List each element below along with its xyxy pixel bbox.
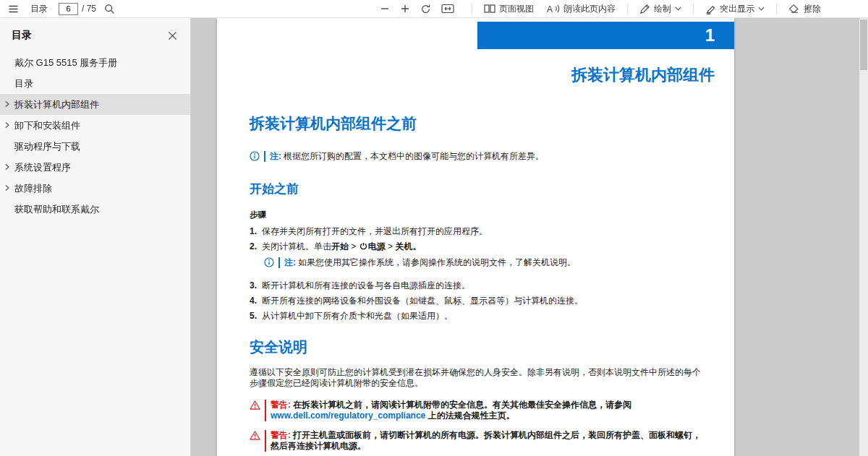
zoom-out-button[interactable]	[375, 0, 395, 18]
toc-item-label: 目录	[14, 77, 33, 90]
chevron-right-icon[interactable]	[4, 121, 11, 129]
zoom-out-icon	[380, 4, 390, 14]
chevron-down-icon[interactable]	[675, 7, 681, 11]
toolbar-separator	[776, 4, 777, 14]
chevron-right-icon[interactable]	[4, 100, 11, 108]
fit-to-width-button[interactable]	[436, 0, 459, 18]
close-toc-button[interactable]	[166, 30, 179, 42]
warning-label: 警告:	[271, 430, 291, 440]
page-count-label: / 75	[82, 4, 96, 14]
warning-text: 警告:在拆装计算机之前，请阅读计算机附带的安全信息。有关其他最佳安全操作信息，请…	[271, 400, 702, 421]
page-body: 拆装计算机内部组件之前 注:根据您所订购的配置，本文档中的图像可能与您的计算机有…	[250, 108, 702, 456]
regulatory-compliance-link[interactable]: www.dell.com/regulatory_compliance	[271, 410, 425, 421]
warning-triangle-icon	[250, 400, 260, 410]
scrollbar-thumb[interactable]	[860, 20, 867, 70]
search-icon	[104, 4, 115, 14]
pdf-page: 1 拆装计算机内部组件 拆装计算机内部组件之前 注:根据您所订购的配置，本文档中…	[217, 18, 734, 456]
toc-item-service-manual[interactable]: 戴尔 G15 5515 服务手册	[0, 52, 190, 73]
warning-bar	[265, 400, 266, 421]
toc-toggle-label: 目录	[30, 3, 48, 15]
toolbar-separator	[693, 4, 694, 14]
power-icon	[359, 242, 367, 250]
toolbar-separator	[627, 4, 628, 14]
note-admonition: 注:根据您所订购的配置，本文档中的图像可能与您的计算机有所差异。	[250, 151, 702, 162]
fit-to-width-icon	[441, 4, 454, 14]
section-heading-before-you-begin: 开始之前	[250, 181, 702, 197]
highlight-button[interactable]: 突出显示	[699, 0, 771, 18]
chapter-title: 拆装计算机内部组件	[571, 64, 715, 86]
section-heading-safety: 安全说明	[250, 337, 702, 357]
zoom-in-button[interactable]	[395, 0, 415, 18]
toc-header: 目录	[0, 18, 190, 52]
erase-button[interactable]: 擦除	[782, 0, 827, 18]
toc-item-label: 戴尔 G15 5515 服务手册	[14, 56, 117, 69]
step-3: 3. 断开计算机和所有连接的设备与各自电源插座的连接。	[250, 280, 702, 291]
note-admonition: 注:如果您使用其它操作系统，请参阅操作系统的说明文件，了解关机说明。	[264, 257, 702, 268]
info-icon	[250, 151, 260, 161]
page-view-icon	[484, 4, 495, 14]
toc-item-getting-help[interactable]: 获取帮助和联系戴尔	[0, 199, 190, 220]
page-view-label: 页面视图	[499, 3, 534, 15]
toc-item-working-inside[interactable]: 拆装计算机内部组件	[0, 94, 190, 115]
highlighter-icon	[705, 4, 716, 14]
highlight-label: 突出显示	[720, 3, 754, 15]
toc-item-label: 系统设置程序	[14, 161, 71, 174]
chevron-down-icon[interactable]	[758, 7, 765, 11]
pdf-viewport: 1 拆装计算机内部组件 拆装计算机内部组件之前 注:根据您所订购的配置，本文档中…	[192, 18, 868, 456]
toc-item-drivers-downloads[interactable]: 驱动程序与下载	[0, 136, 190, 157]
zoom-in-icon	[400, 4, 410, 14]
toc-toggle-button[interactable]: 目录	[24, 0, 54, 18]
step-4: 4. 断开所有连接的网络设备和外围设备（如键盘、鼠标、显示器等）与计算机的连接。	[250, 296, 702, 306]
toc-item-label: 拆装计算机内部组件	[14, 98, 99, 111]
warning-admonition-2: 警告:打开主机盖或面板前，请切断计算机的所有电源。拆装计算机内部组件之后，装回所…	[250, 430, 702, 452]
toc-item-system-setup[interactable]: 系统设置程序	[0, 157, 190, 178]
toc-item-troubleshooting[interactable]: 故障排除	[0, 178, 190, 199]
hamburger-icon	[8, 4, 19, 14]
read-aloud-button[interactable]: A 朗读此页内容	[540, 0, 622, 18]
toc-item-contents[interactable]: 目录	[0, 73, 190, 94]
warning-admonition-1: 警告:在拆装计算机之前，请阅读计算机附带的安全信息。有关其他最佳安全操作信息，请…	[250, 400, 702, 421]
chapter-number-band: 1	[477, 22, 734, 49]
draw-label: 绘制	[654, 3, 671, 15]
step-2: 2. 关闭计算机。单击开始 > 电源 > 关机。	[250, 241, 702, 252]
read-aloud-label: 朗读此页内容	[563, 3, 616, 15]
page-view-button[interactable]: 页面视图	[477, 0, 540, 18]
page-number-input[interactable]	[59, 3, 78, 15]
draw-button[interactable]: 绘制	[633, 0, 688, 18]
toc-item-label: 获取帮助和联系戴尔	[14, 203, 99, 216]
close-icon	[168, 31, 177, 40]
menu-button[interactable]	[3, 0, 24, 18]
pen-icon	[639, 4, 650, 14]
steps-label: 步骤	[250, 210, 702, 220]
safety-intro: 遵循以下安全原则可防止您的计算机受到潜在损坏并确保您的人身安全。除非另有说明，否…	[250, 367, 702, 389]
chevron-right-icon[interactable]	[4, 184, 11, 192]
toc-sidebar: 目录 戴尔 G15 5515 服务手册 目录 拆装计算机内部组件 卸下和安装组件…	[0, 18, 191, 456]
toc-title: 目录	[12, 29, 32, 42]
pdf-toolbar: 目录 / 75 页面视图 A	[0, 0, 868, 18]
chevron-right-icon[interactable]	[4, 163, 11, 171]
vertical-scrollbar[interactable]	[859, 18, 868, 456]
chapter-number: 1	[705, 25, 715, 46]
info-icon	[264, 257, 274, 267]
step-5: 5. 从计算机中卸下所有介质卡和光盘（如果适用）。	[250, 311, 702, 322]
note-bar	[278, 257, 280, 268]
warning-triangle-icon	[250, 431, 260, 440]
warning-bar	[265, 430, 266, 452]
rotate-icon	[420, 4, 431, 14]
note-bar	[264, 151, 265, 162]
toc-item-label: 故障排除	[14, 182, 52, 195]
step-1: 1. 保存并关闭所有打开的文件，并退出所有打开的应用程序。	[250, 226, 702, 237]
warning-label: 警告:	[271, 400, 291, 410]
search-button[interactable]	[99, 0, 120, 18]
toc-item-label: 卸下和安装组件	[14, 119, 80, 132]
note-label: 注:	[284, 257, 296, 267]
note-label: 注:	[270, 151, 281, 161]
toc-item-label: 驱动程序与下载	[14, 140, 80, 153]
erase-label: 擦除	[804, 3, 821, 15]
warning-text: 警告:打开主机盖或面板前，请切断计算机的所有电源。拆装计算机内部组件之后，装回所…	[271, 430, 702, 452]
rotate-button[interactable]	[415, 0, 436, 18]
section-heading-before-working: 拆装计算机内部组件之前	[250, 113, 702, 134]
note-text: 注:根据您所订购的配置，本文档中的图像可能与您的计算机有所差异。	[270, 151, 544, 162]
toolbar-separator	[472, 4, 472, 14]
toc-item-removing-installing[interactable]: 卸下和安装组件	[0, 115, 190, 136]
